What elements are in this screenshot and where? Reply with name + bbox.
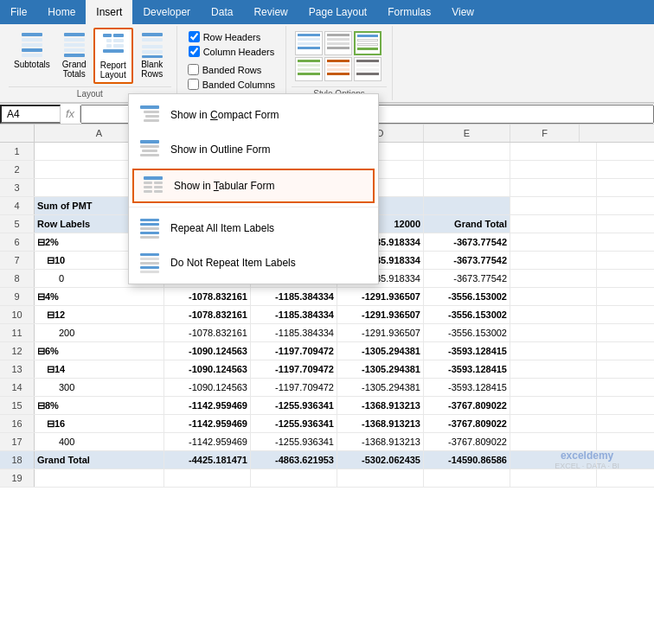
cell-c16[interactable]: -1255.936341 <box>251 415 337 432</box>
cell-f1[interactable] <box>510 143 597 160</box>
cell-b10[interactable]: -1078.832161 <box>164 306 251 323</box>
cell-e15[interactable]: -3767.809022 <box>424 397 510 414</box>
menu-item-repeat[interactable]: Repeat All Item Labels <box>129 211 378 245</box>
cell-c17[interactable]: -1255.936341 <box>251 433 337 450</box>
cell-c18[interactable]: -4863.621953 <box>251 451 337 469</box>
cell-e19[interactable] <box>424 469 510 487</box>
cell-c11[interactable]: -1185.384334 <box>251 324 337 341</box>
cell-a19[interactable] <box>35 469 164 487</box>
cell-e11[interactable]: -3556.153002 <box>424 324 510 341</box>
style-box-6[interactable] <box>354 57 382 81</box>
cell-e14[interactable]: -3593.128415 <box>424 379 510 396</box>
cell-f6[interactable] <box>510 233 597 251</box>
cell-f8[interactable] <box>510 270 597 287</box>
cell-a14[interactable]: 300 <box>35 379 164 396</box>
style-box-4[interactable] <box>295 57 323 81</box>
cell-f15[interactable] <box>510 397 597 414</box>
cell-d15[interactable]: -1368.913213 <box>337 397 424 414</box>
banded-rows-checkbox[interactable] <box>188 64 199 75</box>
banded-columns-checkbox[interactable] <box>188 79 199 90</box>
cell-a17[interactable]: 400 <box>35 433 164 450</box>
cell-d14[interactable]: -1305.294381 <box>337 379 424 396</box>
cell-d12[interactable]: -1305.294381 <box>337 342 424 360</box>
cell-reference-input[interactable]: A4 <box>0 105 61 124</box>
menu-item-no-repeat[interactable]: Do Not Repeat Item Labels <box>129 245 378 280</box>
cell-b12[interactable]: -1090.124563 <box>164 342 251 360</box>
tab-data[interactable]: Data <box>201 0 243 24</box>
cell-f16[interactable] <box>510 415 597 432</box>
style-box-5[interactable] <box>324 57 352 81</box>
cell-f14[interactable] <box>510 379 597 396</box>
style-box-3[interactable] <box>354 31 382 55</box>
cell-f9[interactable] <box>510 288 597 305</box>
cell-a11[interactable]: 200 <box>35 324 164 341</box>
cell-f11[interactable] <box>510 324 597 341</box>
cell-b16[interactable]: -1142.959469 <box>164 415 251 432</box>
cell-c9[interactable]: -1185.384334 <box>251 288 337 305</box>
cell-e6[interactable]: -3673.77542 <box>424 233 510 251</box>
cell-a18[interactable]: Grand Total <box>35 451 164 469</box>
cell-c12[interactable]: -1197.709472 <box>251 342 337 360</box>
cell-b15[interactable]: -1142.959469 <box>164 397 251 414</box>
report-layout-button[interactable]: ReportLayout <box>93 28 133 84</box>
cell-d13[interactable]: -1305.294381 <box>337 360 424 378</box>
cell-b14[interactable]: -1090.124563 <box>164 379 251 396</box>
cell-d10[interactable]: -1291.936507 <box>337 306 424 323</box>
tab-formulas[interactable]: Formulas <box>377 0 441 24</box>
menu-item-outline[interactable]: Show in Outline Form <box>129 132 378 167</box>
cell-b18[interactable]: -4425.181471 <box>164 451 251 469</box>
cell-b13[interactable]: -1090.124563 <box>164 360 251 378</box>
cell-f7[interactable] <box>510 252 597 269</box>
cell-f5[interactable] <box>510 215 597 233</box>
menu-item-tabular[interactable]: Show in Tabular Form <box>132 169 375 203</box>
cell-a10[interactable]: ⊟12 <box>35 306 164 323</box>
style-box-2[interactable] <box>324 31 352 55</box>
cell-e10[interactable]: -3556.153002 <box>424 306 510 323</box>
cell-c15[interactable]: -1255.936341 <box>251 397 337 414</box>
tab-review[interactable]: Review <box>243 0 298 24</box>
col-header-f[interactable]: F <box>510 124 580 142</box>
cell-f12[interactable] <box>510 342 597 360</box>
cell-d11[interactable]: -1291.936507 <box>337 324 424 341</box>
row-headers-checkbox[interactable] <box>189 31 200 42</box>
cell-e18[interactable]: -14590.86586 <box>424 451 510 469</box>
cell-f4[interactable] <box>510 197 597 214</box>
cell-b11[interactable]: -1078.832161 <box>164 324 251 341</box>
cell-e2[interactable] <box>424 161 510 178</box>
cell-d18[interactable]: -5302.062435 <box>337 451 424 469</box>
cell-d9[interactable]: -1291.936507 <box>337 288 424 305</box>
cell-f10[interactable] <box>510 306 597 323</box>
tab-page-layout[interactable]: Page Layout <box>298 0 377 24</box>
cell-e9[interactable]: -3556.153002 <box>424 288 510 305</box>
cell-d16[interactable]: -1368.913213 <box>337 415 424 432</box>
cell-e13[interactable]: -3593.128415 <box>424 360 510 378</box>
cell-c14[interactable]: -1197.709472 <box>251 379 337 396</box>
cell-b19[interactable] <box>164 469 251 487</box>
cell-d17[interactable]: -1368.913213 <box>337 433 424 450</box>
cell-f18[interactable] <box>510 451 597 469</box>
cell-e12[interactable]: -3593.128415 <box>424 342 510 360</box>
cell-e16[interactable]: -3767.809022 <box>424 415 510 432</box>
column-headers-checkbox[interactable] <box>189 46 200 57</box>
cell-e3[interactable] <box>424 179 510 196</box>
cell-d19[interactable] <box>337 469 424 487</box>
tab-view[interactable]: View <box>441 0 484 24</box>
cell-e7[interactable]: -3673.77542 <box>424 252 510 269</box>
tab-insert[interactable]: Insert <box>86 0 132 24</box>
cell-f13[interactable] <box>510 360 597 378</box>
cell-a9[interactable]: ⊟4% <box>35 288 164 305</box>
tab-home[interactable]: Home <box>37 0 86 24</box>
cell-a15[interactable]: ⊟8% <box>35 397 164 414</box>
cell-e4[interactable] <box>424 197 510 214</box>
cell-f17[interactable] <box>510 433 597 450</box>
subtotals-button[interactable]: Subtotals <box>9 28 55 73</box>
cell-e17[interactable]: -3767.809022 <box>424 433 510 450</box>
style-box-1[interactable] <box>295 31 323 55</box>
cell-e8[interactable]: -3673.77542 <box>424 270 510 287</box>
cell-a16[interactable]: ⊟16 <box>35 415 164 432</box>
col-header-e[interactable]: E <box>424 124 510 142</box>
cell-b17[interactable]: -1142.959469 <box>164 433 251 450</box>
cell-c13[interactable]: -1197.709472 <box>251 360 337 378</box>
cell-a13[interactable]: ⊟14 <box>35 360 164 378</box>
cell-c19[interactable] <box>251 469 337 487</box>
